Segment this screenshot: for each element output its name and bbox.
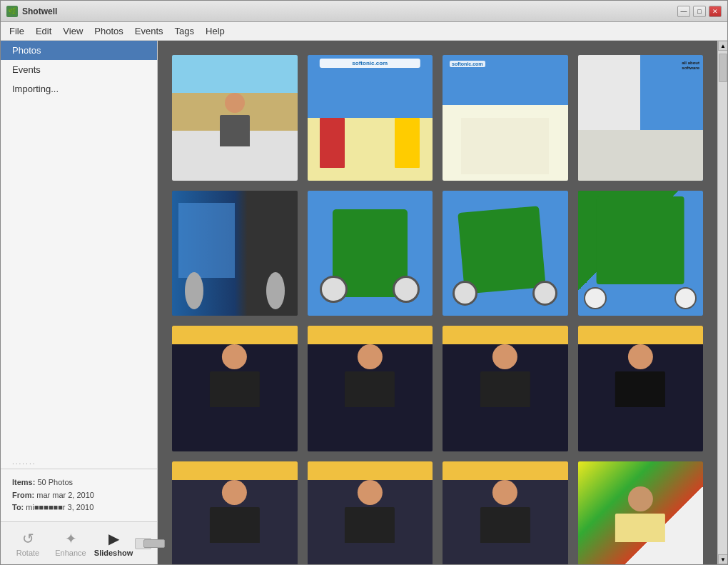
sidebar-dots: ....... [1,455,157,469]
sidebar: Photos Events Importing... ....... Items… [1,41,158,564]
photo-5[interactable] [172,191,298,316]
photo-grid: softonic.com softonic.com all aboutsoftw… [165,48,710,564]
photo-thumb-3: softonic.com [443,55,568,181]
scroll-up-btn[interactable]: ▲ [718,41,727,51]
scroll-thumb[interactable] [719,54,727,82]
menu-edit[interactable]: Edit [30,24,57,39]
sidebar-item-events[interactable]: Events [1,60,157,79]
photo-thumb-1 [172,55,298,181]
photo-thumb-16 [578,461,704,565]
close-button[interactable]: ✕ [709,6,722,17]
enhance-label: Enhance [55,549,86,557]
zoom-thumb [143,539,165,548]
sidebar-nav: Photos Events Importing... [1,41,157,455]
photo-15[interactable] [443,461,568,565]
slideshow-button[interactable]: ▶ Slideshow [92,527,135,560]
photo-thumb-5 [172,191,298,316]
photo-1[interactable] [172,55,298,181]
content-area: Photos Events Importing... ....... Items… [1,41,727,564]
photo-13[interactable] [172,461,298,565]
photo-11[interactable] [443,326,568,451]
photo-6[interactable] [308,191,433,316]
window-title: Shotwell [22,6,677,16]
photo-8[interactable] [578,191,704,316]
photo-thumb-15 [443,461,568,565]
rotate-icon: ↺ [22,530,34,547]
photo-3[interactable]: softonic.com [443,55,568,181]
status-to: To: mi■■■■■■r 3, 2010 [12,501,146,514]
photo-14[interactable] [308,461,433,565]
photo-thumb-11 [443,326,568,451]
photo-thumb-4: all aboutsoftware [578,55,704,181]
photo-10[interactable] [308,326,433,451]
photo-7[interactable] [443,191,568,316]
photo-12[interactable] [578,326,704,451]
status-from: From: mar mar 2, 2010 [12,489,146,502]
titlebar: 🌿 Shotwell — □ ✕ [1,1,727,22]
menu-view[interactable]: View [57,24,89,39]
menubar: File Edit View Photos Events Tags Help [1,22,727,41]
photo-thumb-10 [308,326,433,451]
app-icon: 🌿 [6,6,18,17]
sidebar-item-importing[interactable]: Importing... [1,79,157,99]
photo-thumb-12 [578,326,704,451]
toolbar: ↺ Rotate ✦ Enhance ▶ Slideshow [1,521,157,564]
rotate-label: Rotate [16,549,39,557]
photo-thumb-7 [443,191,568,316]
photo-4[interactable]: all aboutsoftware [578,55,704,181]
menu-help[interactable]: Help [200,24,231,39]
photo-thumb-8 [578,191,704,316]
menu-events[interactable]: Events [129,24,169,39]
enhance-icon: ✦ [65,530,77,547]
photo-thumb-6 [308,191,433,316]
slideshow-label: Slideshow [94,549,133,557]
minimize-button[interactable]: — [677,6,690,17]
main-window: 🌿 Shotwell — □ ✕ File Edit View Photos E… [0,0,728,565]
status-items: Items: 50 Photos [12,476,146,489]
menu-photos[interactable]: Photos [89,24,128,39]
menu-file[interactable]: File [4,24,30,39]
photo-thumb-2: softonic.com [308,55,433,181]
zoom-slider[interactable] [135,538,151,549]
photo-thumb-13 [172,461,298,565]
photo-9[interactable] [172,326,298,451]
scroll-down-btn[interactable]: ▼ [718,554,727,564]
slideshow-icon: ▶ [108,530,119,547]
sidebar-item-photos[interactable]: Photos [1,41,157,60]
photo-thumb-9 [172,326,298,451]
enhance-button[interactable]: ✦ Enhance [49,527,92,560]
photo-grid-area[interactable]: softonic.com softonic.com all aboutsoftw… [158,41,717,564]
photo-16[interactable] [578,461,704,565]
sidebar-status: Items: 50 Photos From: mar mar 2, 2010 T… [1,469,157,521]
photo-area-scrollbar[interactable]: ▲ ▼ [717,41,727,564]
restore-button[interactable]: □ [693,6,706,17]
rotate-button[interactable]: ↺ Rotate [6,527,49,560]
window-controls: — □ ✕ [677,6,722,17]
photo-thumb-14 [308,461,433,565]
menu-tags[interactable]: Tags [169,24,200,39]
photo-2[interactable]: softonic.com [308,55,433,181]
